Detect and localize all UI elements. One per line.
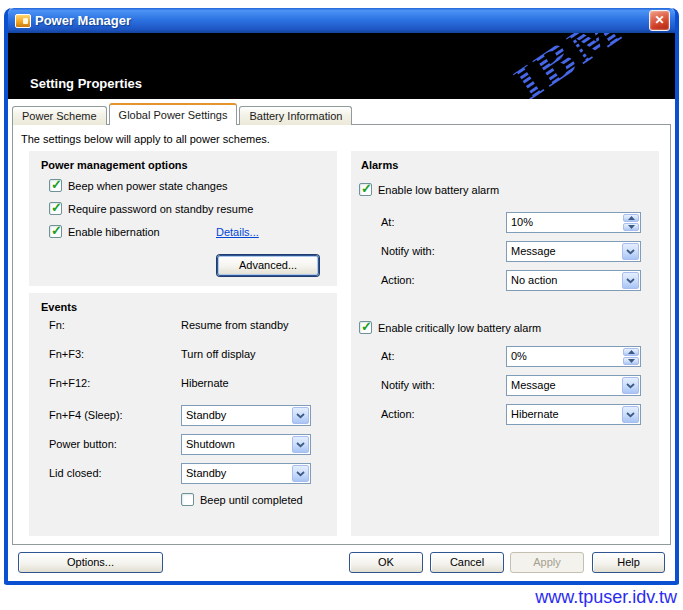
dropdown-button[interactable]: [622, 377, 639, 394]
checkbox-label: Require password on standby resume: [68, 203, 253, 215]
event-label: Fn:: [49, 319, 65, 331]
event-label: Power button:: [49, 438, 117, 450]
checkmark-icon: ✓: [361, 181, 372, 196]
checkbox-icon: ✓: [49, 179, 62, 192]
banner-title: Setting Properties: [30, 76, 142, 91]
help-button[interactable]: Help: [592, 552, 665, 573]
chevron-down-icon: [296, 413, 305, 419]
ok-button[interactable]: OK: [349, 552, 423, 573]
arrow-down-icon: [628, 359, 635, 363]
chevron-down-icon: [626, 278, 635, 284]
event-value: Resume from standby: [181, 319, 289, 331]
select-critical-action[interactable]: Hibernate: [506, 404, 641, 425]
watermark-text: www.tpuser.idv.tw: [535, 587, 677, 608]
spinner-buttons: [623, 348, 639, 365]
select-value: Standby: [182, 464, 291, 483]
alarms-panel: Alarms ✓ Enable low battery alarm At: 10…: [351, 151, 659, 536]
checkbox-icon: [181, 493, 194, 506]
chevron-down-icon: [626, 249, 635, 255]
panel-heading: Events: [41, 301, 77, 313]
arrow-up-icon: [628, 216, 635, 220]
event-value: Turn off display: [181, 348, 256, 360]
select-power-button[interactable]: Shutdown: [181, 434, 311, 455]
alarm-label: Notify with:: [381, 245, 435, 257]
dropdown-button[interactable]: [292, 436, 309, 453]
intro-text: The settings below will apply to all pow…: [21, 133, 270, 145]
window-titlebar[interactable]: Power Manager ✕: [8, 8, 675, 33]
select-value: Message: [507, 376, 621, 395]
tab-strip: Power Scheme Global Power Settings Batte…: [12, 103, 354, 125]
chevron-down-icon: [296, 442, 305, 448]
event-value: Hibernate: [181, 377, 229, 389]
select-critical-notify-with[interactable]: Message: [506, 375, 641, 396]
arrow-up-icon: [628, 350, 635, 354]
select-value: Shutdown: [182, 435, 291, 454]
checkmark-icon: ✓: [361, 319, 372, 334]
tab-page: The settings below will apply to all pow…: [12, 124, 671, 545]
spinner-up-button[interactable]: [623, 214, 639, 222]
ibm-logo: IBM: [505, 33, 632, 99]
select-value: No action: [507, 271, 621, 290]
event-label: Fn+F3:: [49, 348, 84, 360]
dropdown-button[interactable]: [622, 243, 639, 260]
event-label: Lid closed:: [49, 467, 102, 479]
power-manager-icon: [15, 14, 31, 28]
spinner-down-button[interactable]: [623, 223, 639, 231]
checkmark-icon: ✓: [51, 223, 62, 238]
dropdown-button[interactable]: [622, 406, 639, 423]
alarm-label: Action:: [381, 408, 415, 420]
close-icon: ✕: [654, 13, 664, 27]
options-button[interactable]: Options...: [18, 552, 163, 573]
tab-global-power-settings[interactable]: Global Power Settings: [109, 103, 238, 125]
advanced-button[interactable]: Advanced...: [217, 255, 319, 276]
checkbox-enable-low-battery-alarm[interactable]: ✓ Enable low battery alarm: [359, 183, 499, 196]
checkbox-icon: ✓: [359, 183, 372, 196]
select-low-action[interactable]: No action: [506, 270, 641, 291]
cancel-button[interactable]: Cancel: [430, 552, 504, 573]
setting-banner: Setting Properties IBM: [8, 33, 675, 99]
select-fn-f4-sleep[interactable]: Standby: [181, 405, 311, 426]
select-low-notify-with[interactable]: Message: [506, 241, 641, 262]
spinner-down-button[interactable]: [623, 357, 639, 365]
checkbox-beep-power-state[interactable]: ✓ Beep when power state changes: [49, 179, 228, 192]
events-panel: Events Fn: Resume from standby Fn+F3: Tu…: [29, 293, 337, 536]
checkbox-beep-until-completed[interactable]: Beep until completed: [181, 493, 303, 506]
checkbox-enable-critical-low-battery-alarm[interactable]: ✓ Enable critically low battery alarm: [359, 321, 541, 334]
dropdown-button[interactable]: [622, 272, 639, 289]
window-title: Power Manager: [35, 13, 649, 28]
panel-heading: Power management options: [41, 159, 188, 171]
select-value: Message: [507, 242, 621, 261]
checkbox-enable-hibernation[interactable]: ✓ Enable hibernation: [49, 225, 160, 238]
spinner-up-button[interactable]: [623, 348, 639, 356]
tab-battery-information[interactable]: Battery Information: [239, 106, 352, 125]
alarm-label: At:: [381, 216, 394, 228]
tab-power-scheme[interactable]: Power Scheme: [12, 106, 107, 125]
power-manager-window: Power Manager ✕ Setting Properties IBM P…: [4, 8, 679, 585]
spinner-buttons: [623, 214, 639, 231]
checkmark-icon: ✓: [51, 200, 62, 215]
checkbox-icon: ✓: [49, 202, 62, 215]
chevron-down-icon: [626, 383, 635, 389]
spinner-critical-alarm-level[interactable]: 0%: [506, 346, 641, 367]
checkbox-label: Enable hibernation: [68, 226, 160, 238]
apply-button: Apply: [510, 552, 584, 573]
checkmark-icon: ✓: [51, 177, 62, 192]
select-value: Hibernate: [507, 405, 621, 424]
chevron-down-icon: [626, 412, 635, 418]
spinner-low-alarm-level[interactable]: 10%: [506, 212, 641, 233]
event-label: Fn+F4 (Sleep):: [49, 409, 123, 421]
chevron-down-icon: [296, 471, 305, 477]
dropdown-button[interactable]: [292, 465, 309, 482]
screenshot-root: Power Manager ✕ Setting Properties IBM P…: [0, 0, 683, 610]
spinner-value: 0%: [507, 347, 622, 366]
close-button[interactable]: ✕: [649, 10, 670, 31]
checkbox-require-password[interactable]: ✓ Require password on standby resume: [49, 202, 253, 215]
checkbox-label: Beep when power state changes: [68, 180, 228, 192]
dropdown-button[interactable]: [292, 407, 309, 424]
alarm-label: Action:: [381, 274, 415, 286]
select-lid-closed[interactable]: Standby: [181, 463, 311, 484]
panel-heading: Alarms: [361, 159, 398, 171]
arrow-down-icon: [628, 225, 635, 229]
checkbox-icon: ✓: [359, 321, 372, 334]
details-link[interactable]: Details...: [216, 226, 259, 238]
